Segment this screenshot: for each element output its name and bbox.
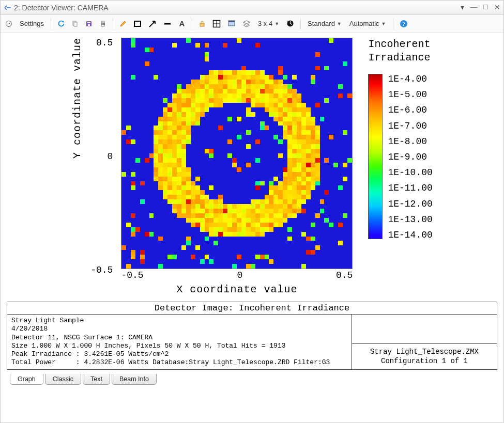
svg-text:?: ?	[402, 21, 405, 27]
colorbar-tick: 1E-4.00	[388, 74, 432, 84]
separator	[51, 18, 51, 29]
colorbar-tick: 1E-14.00	[388, 230, 432, 240]
x-tick: -0.5	[121, 270, 143, 280]
svg-rect-2	[74, 22, 77, 26]
info-filename: Stray Light_Telescope.ZMX	[357, 347, 492, 356]
tab-graph[interactable]: Graph	[10, 374, 43, 385]
colorbar-tick: 1E-10.00	[388, 167, 432, 178]
svg-point-0	[6, 21, 12, 26]
colorbar-tick: 1E-12.00	[388, 199, 432, 209]
x-axis-label: X coordinate value	[176, 284, 297, 295]
info-config: Configuration 1 of 1	[357, 356, 492, 366]
window-controls: ▾ — □ ✕	[461, 3, 500, 12]
colorbar-ticks: 1E-4.001E-5.001E-6.001E-7.001E-8.001E-9.…	[388, 74, 432, 240]
toolbar: Settings A 3 x 4 ▼ Sta	[1, 15, 503, 33]
text-tool-icon[interactable]: A	[176, 18, 188, 30]
window-layout-icon[interactable]	[225, 18, 238, 30]
svg-rect-7	[101, 21, 104, 23]
arrow-tool-icon[interactable]	[146, 18, 159, 30]
colorbar-tick: 1E-6.00	[388, 105, 432, 115]
settings-button[interactable]: Settings	[17, 20, 47, 27]
x-tick: 0	[237, 270, 242, 280]
heatmap-plot[interactable]	[121, 38, 353, 269]
colorbar-tick: 1E-5.00	[388, 89, 432, 100]
svg-rect-11	[200, 23, 204, 26]
minimize-icon[interactable]: —	[470, 3, 478, 12]
svg-rect-9	[134, 21, 141, 26]
maximize-icon[interactable]: □	[484, 3, 488, 12]
lock-icon[interactable]	[196, 18, 208, 30]
scale-dropdown[interactable]: Automatic ▼	[346, 20, 389, 27]
legend-title-line2: Irradiance	[368, 52, 430, 64]
x-axis-ticks: -0.5 0 0.5	[121, 270, 353, 280]
pencil-icon[interactable]	[117, 18, 129, 30]
tab-classic[interactable]: Classic	[45, 374, 81, 385]
grid-size-label: 3 x 4	[258, 20, 272, 27]
title-bar: 2: Detector Viewer: CAMERA ▾ — □ ✕	[1, 1, 503, 15]
colorbar-tick: 1E-7.00	[388, 121, 432, 131]
x-tick: 0.5	[336, 270, 353, 280]
y-axis-label: Y coordinate value	[71, 38, 83, 159]
svg-rect-5	[88, 24, 90, 26]
y-tick: -0.5	[90, 265, 113, 275]
separator	[113, 18, 113, 29]
colorbar-legend: Incoherent Irradiance 1E-4.001E-5.001E-6…	[368, 38, 432, 240]
info-panel-title: Detector Image: Incoherent Irradiance	[7, 302, 497, 315]
chevron-down-icon: ▼	[381, 21, 386, 26]
expand-toggle-icon[interactable]	[3, 18, 15, 30]
app-icon	[4, 4, 11, 11]
mode-dropdown[interactable]: Standard ▼	[304, 20, 345, 27]
colorbar-tick: 1E-13.00	[388, 214, 432, 225]
dropdown-icon[interactable]: ▾	[461, 3, 464, 12]
y-tick: 0.5	[90, 38, 113, 48]
legend-title: Incoherent Irradiance	[368, 38, 432, 65]
chevron-down-icon: ▼	[337, 21, 342, 26]
info-right-block: Stray Light_Telescope.ZMX Configuration …	[352, 315, 497, 369]
info-right-empty	[352, 315, 497, 344]
tab-beam-info[interactable]: Beam Info	[112, 374, 157, 385]
mode-label: Standard	[308, 20, 335, 27]
refresh-icon[interactable]	[55, 18, 67, 30]
line-tool-icon[interactable]	[161, 18, 174, 30]
fit-window-icon[interactable]	[210, 18, 223, 30]
svg-rect-8	[101, 25, 104, 26]
layers-icon[interactable]	[240, 18, 253, 30]
save-icon[interactable]	[83, 18, 95, 30]
info-panel: Detector Image: Incoherent Irradiance St…	[7, 302, 497, 370]
print-icon[interactable]	[97, 18, 109, 30]
info-text-block: Stray Light Sample 4/20/2018 Detector 11…	[7, 315, 352, 369]
svg-rect-16	[228, 21, 235, 22]
y-axis-ticks: 0.5 0 -0.5	[90, 38, 116, 275]
svg-rect-4	[87, 22, 90, 23]
y-tick: 0	[90, 151, 113, 162]
colorbar-tick: 1E-8.00	[388, 136, 432, 147]
help-icon[interactable]: ?	[397, 18, 410, 30]
chevron-down-icon: ▼	[274, 21, 279, 26]
colorbar	[368, 74, 383, 239]
colorbar-tick: 1E-11.00	[388, 183, 432, 193]
separator	[393, 18, 393, 29]
close-icon[interactable]: ✕	[494, 3, 500, 12]
bottom-tabs: GraphClassicTextBeam Info	[10, 374, 503, 385]
rectangle-tool-icon[interactable]	[131, 18, 144, 30]
separator	[300, 18, 301, 29]
colorbar-tick: 1E-9.00	[388, 152, 432, 162]
info-file-block: Stray Light_Telescope.ZMX Configuration …	[352, 344, 497, 369]
grid-size-selector[interactable]: 3 x 4 ▼	[255, 20, 282, 27]
window-title: 2: Detector Viewer: CAMERA	[14, 4, 109, 12]
legend-title-line1: Incoherent	[368, 38, 430, 50]
tab-text[interactable]: Text	[83, 374, 110, 385]
reset-timer-icon[interactable]	[284, 18, 297, 30]
copy-icon[interactable]	[69, 18, 81, 30]
separator	[192, 18, 192, 29]
scale-label: Automatic	[349, 20, 379, 27]
chart-area: Y coordinate value 0.5 0 -0.5 -0.5 0 0.5…	[1, 33, 503, 295]
